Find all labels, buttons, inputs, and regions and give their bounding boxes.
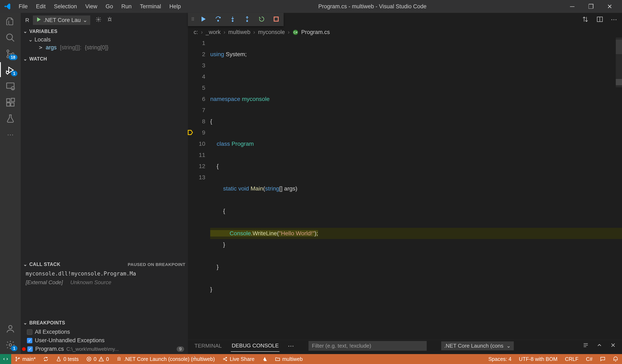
variables-title: VARIABLES	[29, 29, 58, 34]
vscode-logo-icon	[0, 3, 15, 10]
callstack-header[interactable]: ⌄ CALL STACK PAUSED ON BREAKPOINT	[21, 260, 188, 268]
menubar: File Edit Selection View Go Run Terminal…	[15, 3, 185, 10]
crumb[interactable]: _work	[206, 29, 221, 36]
checkbox-unchecked-icon[interactable]	[27, 329, 32, 335]
remote-explorer-icon[interactable]	[5, 81, 15, 91]
chevron-down-icon: ⌄	[23, 56, 27, 62]
code-content[interactable]: using System; namespace myconsole { clas…	[210, 38, 622, 340]
var-value: {string[0]}	[85, 44, 108, 51]
console-input-prompt[interactable]: ›	[188, 353, 622, 363]
gear-icon[interactable]	[96, 17, 101, 24]
csharp-file-icon: C#	[292, 29, 298, 35]
extensions-icon[interactable]	[5, 97, 15, 107]
debug-console-output[interactable]: tem.Private.CoreLib.dll'. Skipped loadin…	[188, 352, 622, 353]
crumb[interactable]: myconsole	[258, 29, 285, 36]
stackframe-0[interactable]: myconsole.dll!myconsole.Program.Ma	[21, 269, 188, 278]
step-over-button[interactable]	[214, 15, 222, 24]
filter-input[interactable]: Filter (e.g. text, !exclude)	[309, 341, 427, 351]
settings-badge: 1	[11, 345, 18, 351]
close-button[interactable]: ✕	[605, 3, 614, 10]
testing-icon[interactable]	[5, 114, 15, 124]
more-actions-icon[interactable]: ⋯	[611, 16, 617, 24]
remote-indicator[interactable]	[0, 354, 11, 364]
scm-badge: 18	[9, 55, 18, 60]
step-out-button[interactable]	[243, 15, 251, 24]
menu-selection[interactable]: Selection	[50, 3, 81, 10]
debug-toolbar[interactable]: ⠿	[188, 13, 284, 26]
menu-edit[interactable]: Edit	[32, 3, 50, 10]
svg-rect-7	[7, 99, 10, 102]
svg-point-0	[7, 34, 12, 40]
continue-button[interactable]	[199, 15, 208, 24]
source-control-icon[interactable]: 18	[5, 49, 15, 59]
crumb[interactable]: multiweb	[228, 29, 251, 36]
external-source: Unknown Source	[70, 279, 111, 286]
variables-header[interactable]: ⌄ VARIABLES	[21, 27, 188, 36]
close-panel-icon[interactable]	[610, 342, 616, 350]
stackframe-external[interactable]: [External Code] Unknown Source	[21, 278, 188, 287]
step-into-button[interactable]	[229, 15, 237, 24]
menu-view[interactable]: View	[81, 3, 101, 10]
crumb[interactable]: c:	[194, 29, 198, 36]
drag-grip-icon[interactable]: ⠿	[191, 17, 193, 22]
breakpoints-header[interactable]: ⌄ BREAKPOINTS	[21, 319, 188, 327]
bp-label: All Exceptions	[35, 329, 70, 335]
bp-all-exceptions[interactable]: All Exceptions	[21, 328, 188, 336]
panel-tabs: TERMINAL DEBUG CONSOLE ⋯ Filter (e.g. te…	[188, 340, 622, 352]
menu-help[interactable]: Help	[165, 3, 185, 10]
svg-point-26	[118, 358, 120, 360]
minimize-button[interactable]: ─	[568, 3, 576, 10]
bp-file-path: C:\_work\multiweb\my...	[66, 346, 119, 352]
external-code-label: [External Code]	[26, 279, 63, 286]
tests-status[interactable]: 0 tests	[52, 354, 82, 364]
tab-debug-console[interactable]: DEBUG CONSOLE	[231, 343, 279, 352]
debug-session-select[interactable]: .NET Core Launch (cons ⌄	[441, 341, 514, 350]
launch-config-select[interactable]: .NET Core Lau ⌄	[33, 16, 90, 25]
svg-point-22	[16, 357, 17, 358]
more-icon[interactable]: ⋯	[5, 130, 15, 140]
split-editor-icon[interactable]	[596, 16, 603, 24]
var-type: [string[]]:	[60, 44, 81, 51]
checkbox-checked-icon[interactable]: ✓	[27, 338, 32, 343]
minimap[interactable]	[616, 38, 622, 87]
search-icon[interactable]	[5, 33, 15, 43]
maximize-button[interactable]: ❐	[587, 3, 595, 10]
sidebar-header: R .NET Core Lau ⌄	[21, 13, 188, 27]
sync-button[interactable]	[39, 354, 52, 364]
accounts-icon[interactable]	[5, 324, 15, 334]
clear-console-icon[interactable]	[583, 342, 589, 350]
locals-scope[interactable]: ⌄ Locals	[21, 36, 188, 43]
restart-button[interactable]	[257, 15, 266, 24]
code-editor[interactable]: 123 456 789 101112 13 using System; name…	[188, 38, 622, 340]
watch-header[interactable]: ⌄ WATCH	[21, 55, 188, 63]
menu-go[interactable]: Go	[101, 3, 117, 10]
panel-more-icon[interactable]: ⋯	[288, 342, 294, 349]
run-debug-icon[interactable]: 1	[5, 65, 15, 75]
menu-terminal[interactable]: Terminal	[136, 3, 165, 10]
crumb-file[interactable]: Program.cs	[301, 29, 330, 36]
var-name: args	[46, 44, 57, 51]
chevron-down-icon: ⌄	[23, 320, 27, 326]
bp-file[interactable]: ✓ Program.cs C:\_work\multiweb\my... 9	[21, 345, 188, 353]
breadcrumb[interactable]: c:› _work› multiweb› myconsole› C# Progr…	[188, 25, 622, 38]
editor-actions: ⋯	[582, 16, 617, 24]
play-icon	[36, 17, 41, 24]
problems-status[interactable]: 0 0	[82, 354, 113, 364]
settings-icon[interactable]: 1	[5, 340, 15, 350]
svg-text:C#: C#	[293, 31, 297, 34]
checkbox-checked-icon[interactable]: ✓	[27, 346, 33, 352]
run-debug-sidebar: R .NET Core Lau ⌄ ⌄ VARIABLES ⌄ Locals	[21, 13, 188, 354]
variable-args[interactable]: > args [string[]]: {string[0]}	[21, 43, 188, 52]
explorer-icon[interactable]	[5, 17, 15, 27]
stop-button[interactable]	[272, 15, 280, 24]
menu-run[interactable]: Run	[117, 3, 136, 10]
svg-point-14	[109, 18, 111, 21]
collapse-panel-icon[interactable]	[596, 342, 603, 350]
launch-config-name: .NET Core Lau	[43, 17, 81, 23]
bp-user-unhandled[interactable]: ✓ User-Unhandled Exceptions	[21, 336, 188, 345]
git-branch[interactable]: main*	[11, 354, 39, 364]
debug-console-icon[interactable]	[107, 17, 113, 24]
menu-file[interactable]: File	[15, 3, 32, 10]
compare-changes-icon[interactable]	[582, 16, 589, 24]
tab-terminal[interactable]: TERMINAL	[194, 343, 222, 349]
